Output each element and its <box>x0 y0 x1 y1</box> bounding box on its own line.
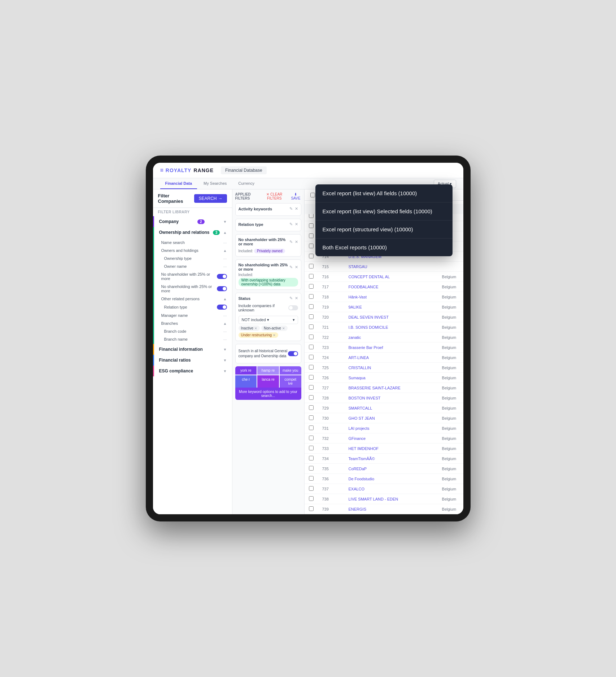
row-checkbox[interactable] <box>309 355 314 359</box>
row-company[interactable]: BRASSERIE SAINT-LAZARE <box>344 383 437 393</box>
row-checkbox[interactable] <box>309 254 314 258</box>
sidebar-item-owner-name[interactable]: Owner name — <box>154 262 232 270</box>
company-section-header[interactable]: Company 2 ▼ <box>154 216 232 227</box>
row-company[interactable]: LIVE SMART LAND - EDEN <box>344 494 437 504</box>
sidebar-item-branch-code[interactable]: Branch code — <box>154 327 232 335</box>
company-link[interactable]: BRASSERIE SAINT-LAZARE <box>348 386 400 390</box>
financial-info-header[interactable]: Financial information ▼ <box>154 344 232 355</box>
row-checkbox[interactable] <box>309 496 314 501</box>
company-link[interactable]: GFinance <box>348 436 366 441</box>
close-icon-activity[interactable]: ✕ <box>295 206 298 211</box>
row-checkbox[interactable] <box>309 375 314 380</box>
row-company[interactable]: Hânk-Vast <box>344 292 437 302</box>
esg-header[interactable]: ESG compliance ▼ <box>154 366 232 376</box>
row-checkbox[interactable] <box>309 405 314 410</box>
row-company[interactable]: 9ALIKE <box>344 302 437 312</box>
company-link[interactable]: FOODBALANCE <box>348 285 378 289</box>
company-link[interactable]: 9ALIKE <box>348 305 362 309</box>
row-company[interactable]: FOODBALANCE <box>344 282 437 292</box>
company-link[interactable]: I.B. SOINS DOMICILE <box>348 325 388 329</box>
row-checkbox[interactable] <box>309 395 314 400</box>
row-company[interactable]: zanatic <box>344 332 437 342</box>
row-company[interactable]: Brasserie Bar Proef <box>344 342 437 353</box>
row-checkbox[interactable] <box>309 324 314 329</box>
edit-icon-relation[interactable]: ✎ <box>289 222 293 227</box>
row-checkbox[interactable] <box>309 274 314 279</box>
ownership-section-header[interactable]: Ownership and relations 3 ▲ <box>154 227 232 238</box>
company-link[interactable]: zanatic <box>348 335 361 340</box>
company-link[interactable]: HET IMDENHOF <box>348 446 379 451</box>
select-all-checkbox[interactable] <box>310 193 315 197</box>
row-company[interactable]: GHO ST JEAN <box>344 413 437 423</box>
row-company[interactable]: GFinance <box>344 433 437 444</box>
close-icon-status[interactable]: ✕ <box>295 296 298 301</box>
save-filters-btn[interactable]: ⬇ SAVE <box>290 192 301 200</box>
dropdown-item-1[interactable]: Excel report (list view) Selected fields… <box>315 202 453 220</box>
row-checkbox[interactable] <box>309 365 314 370</box>
company-link[interactable]: ENERGIS <box>348 507 366 511</box>
close-icon-relation[interactable]: ✕ <box>295 222 298 227</box>
sidebar-item-other-persons[interactable]: Other related persons ▲ <box>154 295 232 303</box>
keyword-make[interactable]: make you <box>280 366 301 375</box>
edit-icon-status[interactable]: ✎ <box>289 296 293 301</box>
company-link[interactable]: Sumaqua <box>348 376 365 380</box>
row-company[interactable]: I.B. SOINS DOMICILE <box>344 322 437 332</box>
row-company[interactable]: TeamTismÂÃ© <box>344 454 437 464</box>
row-company[interactable]: STARGAU <box>344 262 437 272</box>
row-company[interactable]: BOSTON INVEST <box>344 393 437 403</box>
dropdown-item-2[interactable]: Excel report (structured view) (10000) <box>315 220 453 239</box>
row-checkbox[interactable] <box>309 244 314 248</box>
company-link[interactable]: CONCEPT DENTAL AL <box>348 275 390 279</box>
edit-icon-activity[interactable]: ✎ <box>289 206 293 211</box>
row-company[interactable]: DEAL SEVEN INVEST <box>344 312 437 322</box>
keyword-york[interactable]: york re <box>235 366 257 375</box>
sidebar-item-no-shareholder[interactable]: No shareholder with 25% or more <box>154 270 232 283</box>
company-link[interactable]: De Foodstudio <box>348 477 374 481</box>
row-company[interactable]: HET IMDENHOF <box>344 444 437 454</box>
status-dropdown[interactable]: NOT included ▾ ▾ <box>239 316 298 324</box>
row-checkbox[interactable] <box>309 456 314 460</box>
sidebar-item-ownership-type[interactable]: Ownership type — <box>154 254 232 262</box>
row-checkbox[interactable] <box>309 284 314 289</box>
row-company[interactable]: De Foodstudio <box>344 474 437 484</box>
row-checkbox[interactable] <box>309 223 314 228</box>
row-company[interactable]: ENERGIS <box>344 504 437 514</box>
sidebar-item-branch-name[interactable]: Branch name — <box>154 335 232 343</box>
company-link[interactable]: Hânk-Vast <box>348 295 367 299</box>
row-company[interactable]: CRISTALLIN <box>344 363 437 373</box>
relation-type-toggle[interactable] <box>217 305 227 310</box>
row-company[interactable]: CONCEPT DENTAL AL <box>344 272 437 282</box>
company-link[interactable]: LIVE SMART LAND - EDEN <box>348 497 398 501</box>
include-unknown-toggle[interactable] <box>288 305 298 310</box>
row-checkbox[interactable] <box>309 446 314 450</box>
row-checkbox[interactable] <box>309 314 314 319</box>
sidebar-item-owners-holdings[interactable]: Owners and holdings ▲ <box>154 246 232 254</box>
sidebar-item-relation-type[interactable]: Relation type <box>154 303 232 311</box>
row-checkbox[interactable] <box>309 425 314 430</box>
row-checkbox[interactable] <box>309 304 314 309</box>
keyword-compet[interactable]: compet ive <box>280 375 301 388</box>
row-company[interactable]: LAI projects <box>344 423 437 433</box>
keyword-che[interactable]: che r <box>235 375 257 388</box>
tab-my-searches[interactable]: My Searches <box>198 178 232 189</box>
company-link[interactable]: CRISTALLIN <box>348 366 371 370</box>
keyword-lanca[interactable]: lanca re <box>257 375 279 388</box>
row-checkbox[interactable] <box>309 506 314 511</box>
row-company[interactable]: Sumaqua <box>344 373 437 383</box>
row-checkbox[interactable] <box>309 345 314 349</box>
dropdown-item-3[interactable]: Both Excel reports (10000) <box>315 239 453 256</box>
search-button[interactable]: SEARCH → <box>194 194 227 203</box>
sidebar-item-manager-name[interactable]: Manager name — <box>154 311 232 319</box>
company-link[interactable]: SMARTCALL <box>348 406 372 410</box>
company-link[interactable]: TeamTismÂÃ© <box>348 457 375 461</box>
row-checkbox[interactable] <box>309 415 314 420</box>
row-company[interactable]: SMARTCALL <box>344 403 437 413</box>
keyword-hamp[interactable]: hamp re <box>257 366 279 375</box>
row-checkbox[interactable] <box>309 476 314 481</box>
dropdown-item-0[interactable]: Excel report (list view) All fields (100… <box>315 184 453 202</box>
company-link[interactable]: EXALCO <box>348 487 364 491</box>
company-link[interactable]: GHO ST JEAN <box>348 416 375 420</box>
sidebar-item-branches[interactable]: Branches ▲ <box>154 319 232 327</box>
row-checkbox[interactable] <box>309 486 314 491</box>
company-link[interactable]: STARGAU <box>348 265 367 269</box>
